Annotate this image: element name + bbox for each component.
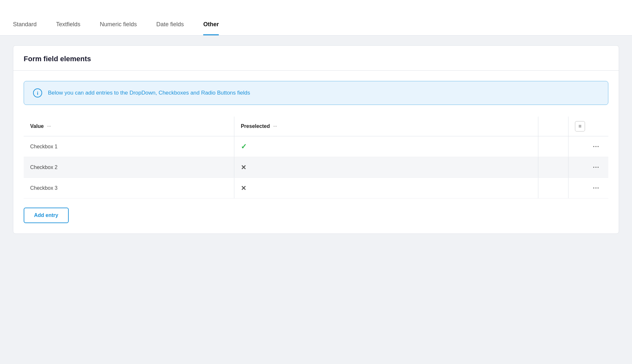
add-entry-button[interactable]: Add entry xyxy=(24,208,69,223)
cross-icon: ✕ xyxy=(241,164,246,171)
cell-preselected-3: ✕ xyxy=(234,178,538,199)
main-content: Form field elements i Below you can add … xyxy=(0,36,632,244)
cell-value-2: Checkbox 2 xyxy=(24,157,234,178)
tab-date[interactable]: Date fields xyxy=(156,21,184,35)
cell-actions-1: ··· xyxy=(568,136,608,157)
cell-preselected-1: ✓ xyxy=(234,136,538,157)
card-title: Form field elements xyxy=(24,55,608,63)
table-row: Checkbox 3 ✕ ··· xyxy=(24,178,608,199)
info-banner: i Below you can add entries to the DropD… xyxy=(24,81,608,105)
table-row: Checkbox 2 ✕ ··· xyxy=(24,157,608,178)
tab-standard[interactable]: Standard xyxy=(13,21,37,35)
cell-empty-3 xyxy=(538,178,568,199)
tab-numeric[interactable]: Numeric fields xyxy=(100,21,137,35)
col-header-actions: ≡ xyxy=(568,117,608,136)
cell-empty-1 xyxy=(538,136,568,157)
cell-empty-2 xyxy=(538,157,568,178)
row-options-button-1[interactable]: ··· xyxy=(590,142,602,152)
column-settings-icon: ≡ xyxy=(579,123,581,129)
tab-textfields[interactable]: Textfields xyxy=(56,21,80,35)
page-wrapper: Standard Textfields Numeric fields Date … xyxy=(0,0,632,364)
cross-icon: ✕ xyxy=(241,185,246,192)
card-header: Form field elements xyxy=(13,46,619,71)
cell-preselected-2: ✕ xyxy=(234,157,538,178)
col-header-value: Value ··· xyxy=(24,117,234,136)
cell-value-1: Checkbox 1 xyxy=(24,136,234,157)
value-col-options[interactable]: ··· xyxy=(47,124,51,129)
row-options-button-2[interactable]: ··· xyxy=(590,162,602,172)
tab-bar: Standard Textfields Numeric fields Date … xyxy=(0,0,632,36)
info-text: Below you can add entries to the DropDow… xyxy=(48,90,250,96)
preselected-col-options[interactable]: ··· xyxy=(273,124,277,129)
row-options-button-3[interactable]: ··· xyxy=(590,183,602,193)
cell-value-3: Checkbox 3 xyxy=(24,178,234,199)
cell-actions-2: ··· xyxy=(568,157,608,178)
entries-table: Value ··· Preselected ··· ≡ xyxy=(24,117,608,199)
cell-actions-3: ··· xyxy=(568,178,608,199)
form-field-card: Form field elements i Below you can add … xyxy=(13,45,619,234)
col-header-empty xyxy=(538,117,568,136)
table-row: Checkbox 1 ✓ ··· xyxy=(24,136,608,157)
check-icon: ✓ xyxy=(241,142,247,151)
card-body: i Below you can add entries to the DropD… xyxy=(13,71,619,233)
info-icon: i xyxy=(33,88,42,97)
tab-other[interactable]: Other xyxy=(203,21,219,35)
column-settings-button[interactable]: ≡ xyxy=(575,121,585,131)
col-header-preselected: Preselected ··· xyxy=(234,117,538,136)
